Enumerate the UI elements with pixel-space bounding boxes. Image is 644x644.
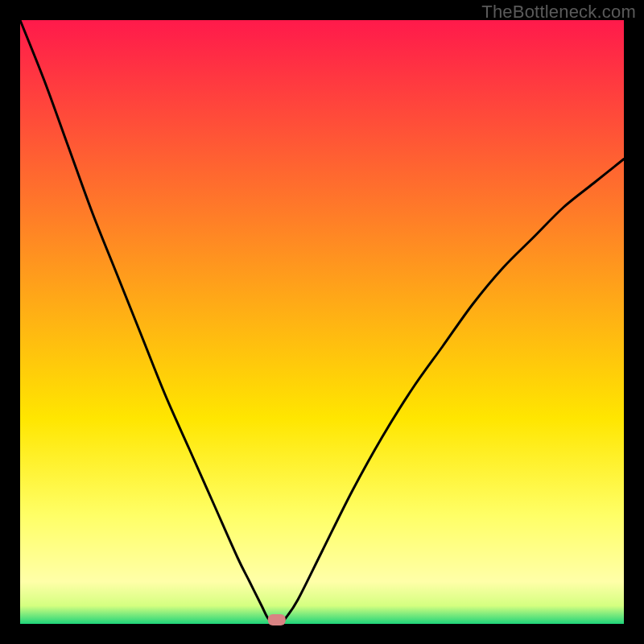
watermark-text: TheBottleneck.com [481, 2, 636, 23]
optimal-point-marker [268, 614, 286, 625]
bottleneck-chart [0, 0, 644, 644]
plot-background [20, 20, 624, 624]
